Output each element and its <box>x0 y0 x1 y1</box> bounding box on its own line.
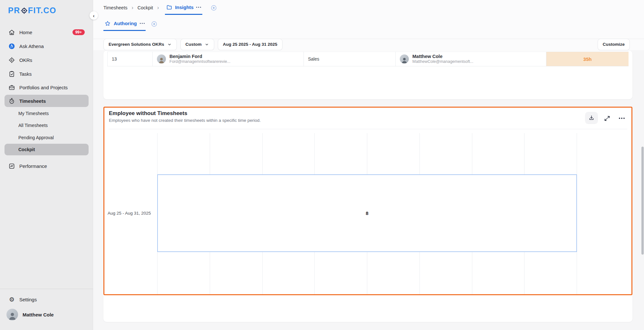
sidebar-item-portfolios[interactable]: Portfolios and Projects <box>5 81 89 93</box>
home-icon <box>8 29 15 36</box>
sub-item-label: Pending Approval <box>18 135 54 140</box>
sidebar-item-settings[interactable]: ⚙ Settings <box>5 294 89 305</box>
athena-icon <box>8 43 15 50</box>
gear-icon: ⚙ <box>8 296 15 303</box>
add-view-tab-button[interactable] <box>151 21 158 27</box>
date-range-button[interactable]: Aug 25 2025 - Aug 31 2025 <box>218 39 283 50</box>
tab-authoring[interactable]: Authoring <box>103 17 146 31</box>
sidebar-item-label: Tasks <box>19 71 32 77</box>
sidebar-item-all-timesheets[interactable]: All Timesheets <box>5 120 89 131</box>
content-area: 13 Benjamin Ford Ford@managemntsoftwarer… <box>93 50 644 330</box>
user-name: Matthew Cole <box>23 312 54 317</box>
breadcrumb-timesheets[interactable]: Timesheets <box>103 5 127 10</box>
stopwatch-icon <box>8 98 15 104</box>
employee-without-timesheets-widget: Employee without Timesheets Employees wh… <box>103 107 632 295</box>
sidebar-item-performance[interactable]: Performance <box>5 160 89 172</box>
dashboard-canvas-extension <box>103 295 632 322</box>
view-tab-bar: Authoring <box>103 17 158 31</box>
chart-bar[interactable]: 8 <box>157 174 577 252</box>
sidebar-item-okrs[interactable]: OKRs <box>5 54 89 66</box>
tab-insights-label: Insights <box>175 5 194 10</box>
okr-scope-dropdown[interactable]: Evergreen Solutions OKRs <box>103 39 177 50</box>
user-profile[interactable]: Matthew Cole <box>6 307 89 322</box>
approver-identity: Matthew Cole MatthewCole@managementsoft.… <box>412 53 473 64</box>
notification-badge: 99+ <box>72 29 85 35</box>
target-icon <box>8 57 15 63</box>
sidebar-item-label: Performance <box>19 163 47 169</box>
chevron-left-icon: ‹ <box>93 13 95 18</box>
timesheet-table-panel: 13 Benjamin Ford Ford@managemntsoftwarer… <box>103 51 632 99</box>
sidebar-item-label: Timesheets <box>19 98 46 104</box>
approver-cell: Matthew Cole MatthewCole@managementsoft.… <box>396 52 546 66</box>
approver-avatar <box>400 54 409 63</box>
breadcrumb: Timesheets › Cockpit › Insights <box>103 1 217 15</box>
logo-text-suffix: FIT.CO <box>28 6 56 15</box>
add-tab-button[interactable] <box>210 5 217 11</box>
period-type-dropdown[interactable]: Custom <box>180 39 214 50</box>
authoring-more-menu-icon[interactable] <box>140 23 145 24</box>
tab-insights[interactable]: Insights <box>165 1 202 15</box>
y-axis-category-label: Aug 25 - Aug 31, 2025 <box>108 211 156 216</box>
sidebar-item-label: OKRs <box>19 57 32 63</box>
breadcrumb-cockpit[interactable]: Cockpit <box>138 5 153 10</box>
breadcrumb-separator: › <box>157 5 159 11</box>
sub-item-label: Cockpit <box>18 147 35 152</box>
briefcase-icon <box>8 84 15 91</box>
breadcrumb-separator: › <box>131 5 133 11</box>
chevron-down-icon <box>167 42 172 47</box>
download-button[interactable] <box>585 112 598 124</box>
sidebar-item-ask-athena[interactable]: Ask Athena <box>5 40 89 52</box>
widget-subtitle: Employees who have not created their tim… <box>109 118 261 123</box>
employee-identity: Benjamin Ford Ford@managemntsoftwarerevi… <box>169 53 230 64</box>
filter-bar: Evergreen Solutions OKRs Custom Aug 25 2… <box>103 38 630 50</box>
expand-button[interactable] <box>603 114 611 122</box>
row-index-cell: 13 <box>107 52 153 66</box>
employee-name: Benjamin Ford <box>169 53 230 59</box>
sidebar-divider <box>0 289 93 289</box>
customize-button[interactable]: Customize <box>598 39 630 50</box>
logo-text-prefix: PR <box>8 6 20 15</box>
sidebar-item-home[interactable]: Home 99+ <box>5 26 89 38</box>
insights-more-menu-icon[interactable] <box>196 7 201 8</box>
employee-cell: Benjamin Ford Ford@managemntsoftwarerevi… <box>153 52 304 66</box>
period-type-label: Custom <box>186 42 202 47</box>
sidebar-item-label: Ask Athena <box>19 44 44 49</box>
sidebar-collapse-button[interactable]: ‹ <box>90 11 98 20</box>
sidebar-item-tasks[interactable]: Tasks <box>5 68 89 80</box>
date-range-label: Aug 25 2025 - Aug 31 2025 <box>223 42 277 47</box>
sidebar-item-pending-approval[interactable]: Pending Approval <box>5 132 89 143</box>
hours-value: 35h <box>583 56 592 62</box>
row-index: 13 <box>112 56 117 62</box>
widget-more-menu[interactable] <box>617 114 626 122</box>
okr-scope-label: Evergreen Solutions OKRs <box>109 42 164 47</box>
sidebar: PR FIT.CO Home 99+ Ask Athena OKRs <box>0 0 93 330</box>
expand-icon <box>604 115 610 122</box>
sidebar-item-timesheets[interactable]: Timesheets <box>5 95 89 107</box>
sub-item-label: My Timesheets <box>18 111 49 116</box>
employee-email: Ford@managemntsoftwarerevie... <box>169 59 230 64</box>
sub-item-label: All Timesheets <box>18 123 48 128</box>
star-icon[interactable] <box>104 20 111 27</box>
widget-title: Employee without Timesheets <box>109 110 187 117</box>
tab-authoring-label: Authoring <box>114 21 137 26</box>
sidebar-item-my-timesheets[interactable]: My Timesheets <box>5 108 89 119</box>
sidebar-item-label: Settings <box>19 297 37 302</box>
profit-co-logo[interactable]: PR FIT.CO <box>8 6 56 15</box>
clipboard-check-icon <box>8 71 15 77</box>
sidebar-item-label: Home <box>19 30 32 35</box>
performance-chart-icon <box>8 163 15 170</box>
ellipsis-icon <box>619 118 620 119</box>
chart-plot: 8 <box>157 133 577 294</box>
user-avatar <box>6 309 18 320</box>
approver-email: MatthewCole@managementsoft... <box>412 59 473 64</box>
table-row[interactable]: 13 Benjamin Ford Ford@managemntsoftwarer… <box>107 52 629 66</box>
bar-value-label: 8 <box>366 210 368 216</box>
page-scrollbar-thumb[interactable] <box>641 147 644 255</box>
department-cell: Sales <box>304 52 396 66</box>
employee-avatar <box>157 54 166 63</box>
folder-icon <box>166 4 172 10</box>
chevron-down-icon <box>205 42 209 47</box>
approver-name: Matthew Cole <box>412 53 473 59</box>
sidebar-item-cockpit[interactable]: Cockpit <box>5 144 89 155</box>
department-value: Sales <box>308 56 319 62</box>
